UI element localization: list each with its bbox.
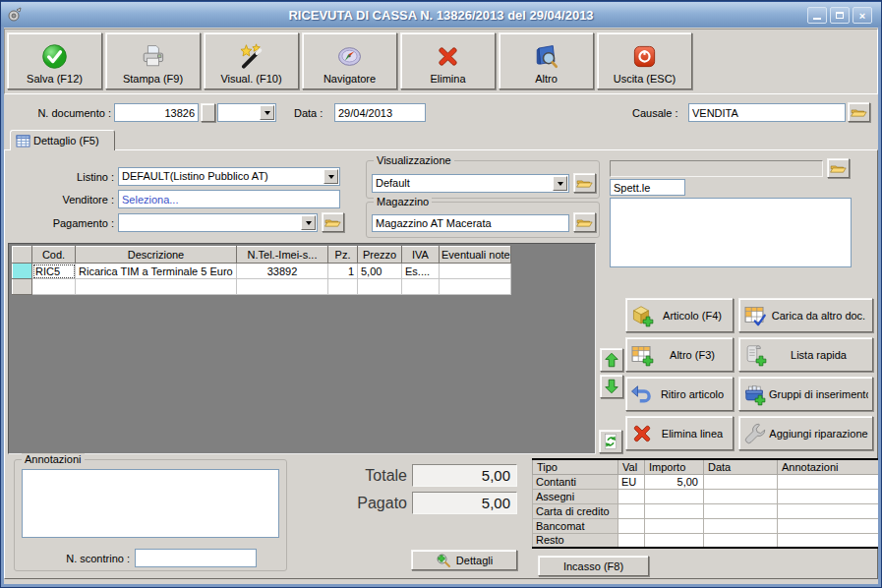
cell-note[interactable] — [440, 264, 511, 279]
magazzino-input[interactable] — [372, 214, 569, 232]
cell-pz[interactable]: 1 — [328, 264, 358, 279]
delete-button[interactable]: Elimina — [400, 32, 496, 89]
listino-combo[interactable]: DEFAULT(Listino Pubblico AT) — [118, 167, 340, 186]
elimina-linea-button[interactable]: Elimina linea — [625, 416, 734, 450]
move-down-button[interactable] — [600, 375, 623, 398]
payment-importo[interactable]: 5,00 — [645, 474, 704, 489]
payment-val[interactable] — [618, 489, 645, 503]
payment-data[interactable] — [704, 489, 778, 503]
cell-empty[interactable] — [402, 279, 440, 295]
payment-annotazioni[interactable] — [778, 474, 879, 489]
print-button[interactable]: Stampa (F9) — [105, 32, 201, 89]
n-documento-spin-button[interactable] — [201, 103, 215, 122]
cell-empty[interactable] — [358, 279, 402, 295]
indirizzo-textarea[interactable] — [610, 198, 852, 267]
payment-annotazioni[interactable] — [778, 503, 879, 518]
save-label: Salva (F12) — [27, 73, 83, 85]
payment-importo[interactable] — [645, 533, 704, 548]
annotazioni-textarea[interactable] — [22, 469, 279, 538]
payment-annotazioni[interactable] — [778, 489, 879, 503]
carica-da-altro-doc-button[interactable]: Carica da altro doc. — [738, 298, 873, 332]
payment-importo[interactable] — [645, 518, 704, 533]
pagamento-browse-button[interactable] — [322, 212, 344, 232]
tab-dettaglio[interactable]: Dettaglio (F5) — [10, 130, 115, 150]
scontrino-input[interactable] — [135, 549, 257, 567]
magazzino-browse-button[interactable] — [573, 212, 596, 232]
save-button[interactable]: Salva (F12) — [7, 32, 102, 89]
incasso-label: Incasso (F8) — [563, 560, 623, 572]
col-pz: Pz. — [328, 247, 358, 264]
pagato-value: 5,00 — [412, 492, 517, 514]
sheet-plus-icon — [630, 343, 654, 367]
cell-empty[interactable] — [328, 279, 358, 295]
causale-input[interactable] — [688, 103, 846, 122]
dettagli-button[interactable]: Dettagli — [411, 550, 517, 570]
navigator-button[interactable]: Navigatore — [302, 32, 397, 89]
altro-f3-button[interactable]: Altro (F3) — [625, 337, 734, 372]
printer-icon — [140, 43, 166, 70]
destinatario-input[interactable] — [610, 179, 685, 196]
payment-val[interactable] — [618, 503, 645, 518]
payment-annotazioni[interactable] — [778, 518, 879, 533]
payment-data[interactable] — [704, 518, 778, 533]
venditore-input[interactable] — [118, 190, 340, 208]
exit-button[interactable]: Uscita (ESC) — [597, 32, 692, 89]
cell-empty[interactable] — [76, 279, 237, 295]
doc-suffix-combo[interactable] — [217, 103, 276, 122]
cell-descrizione[interactable]: Ricarica TIM a Terminale 5 Euro — [76, 264, 237, 279]
payment-val[interactable] — [618, 533, 645, 548]
gruppi-inserimento-button[interactable]: Gruppi di inserimento — [738, 377, 873, 411]
cell-empty[interactable] — [440, 279, 511, 295]
move-up-button[interactable] — [600, 348, 623, 372]
payment-importo[interactable] — [645, 489, 704, 503]
item-row-empty[interactable] — [13, 279, 511, 295]
ritiro-articolo-button[interactable]: Ritiro articolo — [625, 377, 734, 411]
refresh-button[interactable] — [599, 430, 622, 453]
minimize-button[interactable] — [807, 7, 827, 24]
chevron-down-icon[interactable] — [323, 169, 338, 184]
cell-empty[interactable] — [32, 279, 76, 295]
chevron-down-icon[interactable] — [301, 215, 316, 230]
row-selector-active[interactable] — [13, 264, 32, 279]
payment-data[interactable] — [704, 474, 778, 489]
listino-label: Listino : — [29, 171, 114, 183]
visualizzazione-combo[interactable]: Default — [372, 174, 569, 193]
pagamento-combo[interactable] — [118, 213, 318, 232]
close-button[interactable]: × — [853, 7, 872, 24]
cliente-browse-button[interactable] — [827, 158, 850, 178]
visualizzazione-browse-button[interactable] — [573, 173, 596, 193]
payment-data[interactable] — [704, 533, 778, 548]
payment-row-resto: Resto — [533, 533, 879, 548]
preview-button[interactable]: Visual. (F10) — [204, 32, 299, 89]
col-data: Data — [704, 459, 778, 474]
cell-empty[interactable] — [237, 279, 328, 295]
n-documento-input[interactable] — [114, 103, 199, 122]
other-button[interactable]: Altro — [499, 32, 594, 89]
payment-annotazioni[interactable] — [778, 533, 879, 548]
chevron-down-icon[interactable] — [553, 176, 567, 191]
cell-prezzo[interactable]: 5,00 — [358, 264, 402, 279]
payment-data[interactable] — [704, 503, 778, 518]
payment-tipo: Resto — [533, 533, 618, 548]
lista-rapida-button[interactable]: Lista rapida — [738, 337, 873, 372]
toolbar: Salva (F12) Stampa (F9) Visual. (F10) Na… — [4, 29, 878, 94]
item-row[interactable]: RIC5 Ricarica TIM a Terminale 5 Euro 338… — [13, 264, 511, 279]
tab-dettaglio-label: Dettaglio (F5) — [33, 135, 99, 147]
cell-iva[interactable]: Es.... — [402, 264, 440, 279]
incasso-button[interactable]: Incasso (F8) — [538, 556, 649, 576]
chevron-down-icon[interactable] — [260, 105, 274, 120]
data-input[interactable] — [334, 103, 426, 122]
row-selector[interactable] — [13, 279, 32, 295]
payment-val[interactable]: EU — [618, 474, 645, 489]
aggiungi-riparazione-button[interactable]: Aggiungi riparazione — [738, 416, 873, 450]
payment-val[interactable] — [618, 518, 645, 533]
cell-cod[interactable]: RIC5 — [32, 264, 76, 279]
cell-ntel[interactable]: 33892 — [237, 264, 328, 279]
maximize-button[interactable] — [830, 7, 850, 24]
payment-importo[interactable] — [645, 503, 704, 518]
elimina-linea-label: Elimina linea — [656, 428, 729, 440]
articolo-button[interactable]: Articolo (F4) — [625, 298, 734, 332]
causale-browse-button[interactable] — [848, 102, 870, 122]
title-bar: RICEVUTA DI CASSA N. 13826/2013 del 29/0… — [0, 0, 882, 28]
preview-label: Visual. (F10) — [220, 73, 281, 85]
